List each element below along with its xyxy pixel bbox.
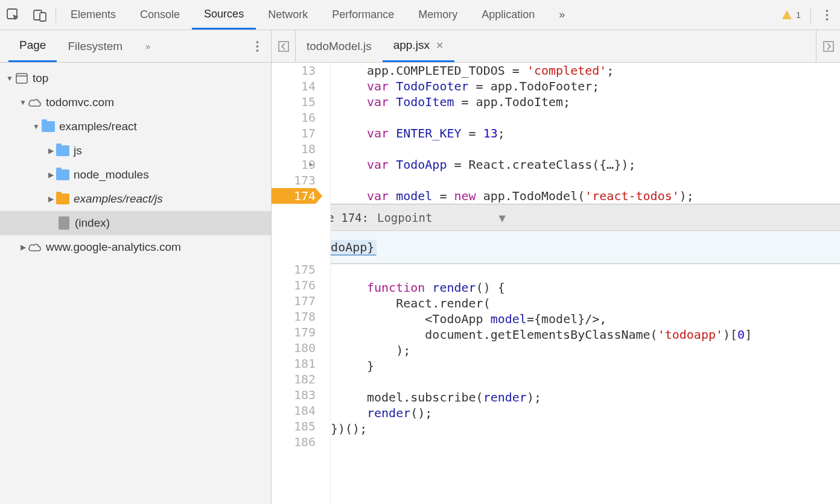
tab-filesystem[interactable]: Filesystem xyxy=(57,30,133,62)
breakpoint-type-select[interactable]: Logpoint ▼ xyxy=(377,210,506,225)
line-number[interactable]: 15 xyxy=(272,94,316,110)
nav-next-icon[interactable] xyxy=(816,30,840,62)
settings-kebab-icon[interactable] xyxy=(813,0,840,30)
folder-icon xyxy=(41,119,56,134)
line-number[interactable]: 176 xyxy=(272,277,316,293)
svg-point-6 xyxy=(256,41,259,43)
line-number[interactable]: 16 xyxy=(272,110,316,125)
more-navigator-tabs-icon[interactable]: » xyxy=(138,42,158,51)
tree-top[interactable]: ▼ top xyxy=(0,66,271,90)
line-number[interactable]: 181 xyxy=(272,356,316,371)
select-value: Logpoint xyxy=(377,210,433,225)
chevron-down-icon: ▼ xyxy=(498,210,505,225)
tab-console[interactable]: Console xyxy=(128,0,192,30)
panel-tabs: Elements Console Sources Network Perform… xyxy=(59,0,774,30)
code-line: ); xyxy=(331,342,840,358)
line-number[interactable]: 186 xyxy=(272,434,316,450)
line-number[interactable]: 19▶ xyxy=(272,157,316,172)
main-content: Page Filesystem » ▼ top ▼ todomvc.com ▼ … xyxy=(0,30,840,504)
logpoint-input[interactable]: {TodoApp} xyxy=(294,231,840,263)
code-line xyxy=(331,374,840,389)
device-toolbar-icon[interactable] xyxy=(27,0,53,30)
tab-memory[interactable]: Memory xyxy=(406,0,469,30)
chevron-down-icon: ▼ xyxy=(18,98,28,107)
line-number[interactable]: 182 xyxy=(272,371,316,387)
tree-domain[interactable]: ▶ www.google-analytics.com xyxy=(0,235,271,259)
code-line: model.subscribe(render); xyxy=(331,389,840,405)
fold-arrow-icon[interactable]: ▶ xyxy=(309,157,313,172)
code-line: render(); xyxy=(331,405,840,421)
cloud-icon xyxy=(28,240,42,254)
tab-elements[interactable]: Elements xyxy=(59,0,128,30)
editor-tab-todomodel[interactable]: todoModel.js xyxy=(296,30,383,62)
code-line: } xyxy=(331,358,840,374)
inspect-element-icon[interactable] xyxy=(0,0,27,30)
svg-rect-2 xyxy=(40,13,46,21)
svg-rect-12 xyxy=(824,42,833,51)
line-number[interactable]: 183 xyxy=(272,387,316,403)
separator xyxy=(56,7,56,23)
tree-label: examples/react/js xyxy=(74,192,163,206)
editor-tab-appjsx[interactable]: app.jsx ✕ xyxy=(383,30,454,62)
tree-file-index[interactable]: (index) xyxy=(0,211,271,235)
nav-prev-icon[interactable] xyxy=(272,30,296,62)
line-number[interactable]: 173 xyxy=(272,172,316,188)
code-line xyxy=(331,172,840,188)
line-number[interactable]: 180 xyxy=(272,340,316,356)
tab-application[interactable]: Application xyxy=(469,0,547,30)
tab-network[interactable]: Network xyxy=(256,0,320,30)
line-number[interactable]: 18 xyxy=(272,141,316,157)
code-line xyxy=(331,110,840,125)
breakpoint-line-number[interactable]: 174 xyxy=(272,188,316,204)
tree-folder[interactable]: ▼ examples/react xyxy=(0,115,271,139)
tree-domain[interactable]: ▼ todomvc.com xyxy=(0,90,271,115)
more-tabs-icon[interactable]: » xyxy=(547,0,577,30)
tree-label: todomvc.com xyxy=(46,96,114,109)
code-editor[interactable]: 13 14 15 16 17 18 19▶ 173 174 175 176 17… xyxy=(272,63,840,504)
code-line xyxy=(331,141,840,157)
line-number[interactable]: 13 xyxy=(272,63,316,78)
tree-label: www.google-analytics.com xyxy=(46,241,181,254)
tab-page[interactable]: Page xyxy=(8,30,57,62)
gutter[interactable]: 13 14 15 16 17 18 19▶ 173 174 175 176 17… xyxy=(272,63,331,504)
chevron-down-icon: ▼ xyxy=(5,74,14,83)
tree-label: top xyxy=(33,72,48,85)
line-number[interactable]: 175 xyxy=(272,262,316,277)
frame-icon xyxy=(14,71,29,86)
line-number[interactable]: 185 xyxy=(272,418,316,434)
tree-folder-js[interactable]: ▶ js xyxy=(0,139,271,163)
logpoint-header: Line 174: Logpoint ▼ xyxy=(294,204,840,231)
tab-performance[interactable]: Performance xyxy=(320,0,406,30)
svg-point-5 xyxy=(826,18,828,20)
editor-tab-bar: todoModel.js app.jsx ✕ xyxy=(272,30,840,63)
code-line xyxy=(331,264,840,280)
line-number[interactable]: 14 xyxy=(272,78,316,94)
warning-count: 1 xyxy=(796,10,801,20)
line-number[interactable]: 177 xyxy=(272,293,316,309)
tab-sources[interactable]: Sources xyxy=(192,0,256,30)
line-number[interactable]: 178 xyxy=(272,309,316,324)
devtools-top-bar: Elements Console Sources Network Perform… xyxy=(0,0,840,30)
tree-folder-mapped[interactable]: ▶ examples/react/js xyxy=(0,187,271,211)
svg-point-4 xyxy=(826,14,828,16)
navigator-menu-icon[interactable] xyxy=(244,40,271,52)
folder-icon xyxy=(56,168,70,182)
code-line: function render() { xyxy=(331,280,840,295)
navigator-pane: Page Filesystem » ▼ top ▼ todomvc.com ▼ … xyxy=(0,30,272,504)
code-line: })(); xyxy=(331,421,840,436)
folder-icon xyxy=(56,192,70,206)
tree-folder-nodemodules[interactable]: ▶ node_modules xyxy=(0,163,271,187)
line-number[interactable]: 17 xyxy=(272,125,316,141)
code-line: document.getElementsByClassName('todoapp… xyxy=(331,327,840,342)
svg-point-8 xyxy=(256,49,259,52)
code-line xyxy=(331,436,840,452)
svg-point-3 xyxy=(826,10,828,12)
warnings-badge[interactable]: 1 xyxy=(774,10,808,20)
tree-label: node_modules xyxy=(74,168,149,181)
chevron-right-icon: ▶ xyxy=(46,146,56,155)
code-line: app.COMPLETED_TODOS = 'completed'; xyxy=(331,63,840,78)
close-icon[interactable]: ✕ xyxy=(436,40,444,51)
line-number[interactable]: 179 xyxy=(272,324,316,340)
line-number[interactable]: 184 xyxy=(272,403,316,418)
code-content[interactable]: app.COMPLETED_TODOS = 'completed'; var T… xyxy=(331,63,840,504)
